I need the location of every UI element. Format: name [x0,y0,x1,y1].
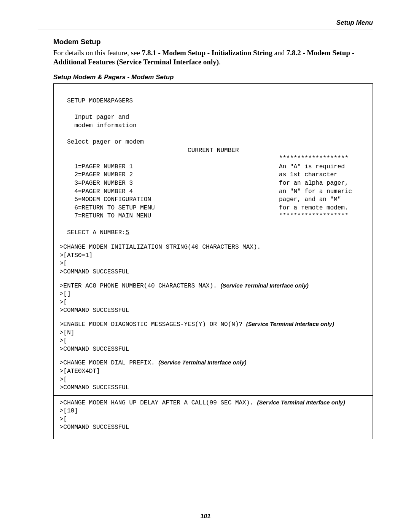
term-line: >[ [60,415,366,424]
service-note: (Service Terminal Interface only) [246,321,334,327]
term-line: >COMMAND SUCCESSFUL [60,307,366,315]
intro-text: For details on this feature, see [53,49,142,57]
term-line: Select pager or modem [60,139,144,145]
term-line: 1=PAGER NUMBER 1 An "A" is required [60,163,345,170]
select-line: SELECT A NUMBER:5 [60,229,129,236]
cmd-block: >ENABLE MODEM DIAGNOSTIC MESSAGES-YES(Y)… [60,320,366,353]
term-line: 4=PAGER NUMBER 4 an "N" for a numeric [60,188,352,195]
terminal-divider [54,240,373,240]
term-line: SETUP MODEM&PAGERS [60,97,133,104]
footer-rule [38,506,373,506]
term-text: >ENTER AC8 PHONE NUMBER(40 CHARACTERS MA… [60,283,220,289]
running-head: Setup Menu [38,19,373,29]
term-line: >CHANGE MODEM INITIALIZATION STRING(40 C… [60,243,366,252]
term-line: Input pager and [60,114,129,121]
terminal-divider [54,395,373,396]
term-line: 3=PAGER NUMBER 3 for an alpha pager, [60,180,349,187]
term-line: CURRENT NUMBER [60,147,239,154]
term-text: >ENABLE MODEM DIAGNOSTIC MESSAGES-YES(Y)… [60,321,246,328]
term-line: >[ [60,299,366,307]
term-text: >CHANGE MODEM HANG UP DELAY AFTER A CALL… [60,399,257,406]
intro-text-post: . [219,58,221,66]
term-line: >COMMAND SUCCESSFUL [60,268,366,276]
header-rule [38,29,373,29]
term-line: >CHANGE MODEM HANG UP DELAY AFTER A CALL… [60,399,366,407]
term-line: >[ [60,337,366,345]
cmd-block: >CHANGE MODEM HANG UP DELAY AFTER A CALL… [60,399,366,432]
intro-ref-1: 7.8.1 - Modem Setup - Initialization Str… [142,49,272,57]
term-line: modem information [60,122,137,129]
page-number: 101 [0,513,411,520]
terminal-output: SETUP MODEM&PAGERS Input pager and modem… [53,83,373,439]
select-label: SELECT A NUMBER: [60,229,126,236]
term-line: >COMMAND SUCCESSFUL [60,384,366,392]
term-line: >CHANGE MODEM DIAL PREFIX. (Service Term… [60,359,366,367]
term-text: >CHANGE MODEM DIAL PREFIX. [60,359,158,366]
cmd-block: >ENTER AC8 PHONE NUMBER(40 CHARACTERS MA… [60,282,366,315]
term-line: 7=RETURN TO MAIN MENU ******************… [60,212,349,219]
term-line: >ENTER AC8 PHONE NUMBER(40 CHARACTERS MA… [60,282,366,291]
spacer [60,316,366,320]
select-value: 5 [126,229,129,236]
document-page: Setup Menu Modem Setup For details on th… [0,0,411,532]
term-line: ******************* [60,155,349,162]
term-line: >[ATE0X4DT] [60,367,366,376]
menu-block: SETUP MODEM&PAGERS Input pager and modem… [60,89,366,237]
content: Modem Setup For details on this feature,… [38,38,373,439]
intro-paragraph: For details on this feature, see 7.8.1 -… [53,48,373,67]
term-line [60,221,64,228]
term-line: >[ATS0=1] [60,252,366,260]
term-line: >[N] [60,329,366,337]
service-note: (Service Terminal Interface only) [257,399,345,406]
term-line [60,130,64,137]
term-line: >[10] [60,407,366,415]
term-line: >[] [60,290,366,299]
term-line: >[ [60,376,366,384]
term-line: 6=RETURN TO SETUP MENU for a remote mode… [60,204,349,211]
spacer [60,278,366,282]
figure-caption: Setup Modem & Pagers - Modem Setup [53,73,373,81]
term-line: >COMMAND SUCCESSFUL [60,423,366,432]
term-line: >COMMAND SUCCESSFUL [60,345,366,354]
intro-text-mid: and [272,49,287,57]
term-line: >ENABLE MODEM DIAGNOSTIC MESSAGES-YES(Y)… [60,320,366,329]
term-line: 5=MODEM CONFIGURATION pager, and an "M" [60,196,341,203]
cmd-block: >CHANGE MODEM DIAL PREFIX. (Service Term… [60,359,366,392]
term-line: >[ [60,260,366,268]
term-line [60,106,64,113]
service-note: (Service Terminal Interface only) [158,359,246,366]
term-line: 2=PAGER NUMBER 2 as 1st character [60,171,338,178]
section-title: Modem Setup [53,38,373,46]
service-note: (Service Terminal Interface only) [220,282,308,289]
cmd-block: >CHANGE MODEM INITIALIZATION STRING(40 C… [60,243,366,276]
spacer [60,355,366,359]
